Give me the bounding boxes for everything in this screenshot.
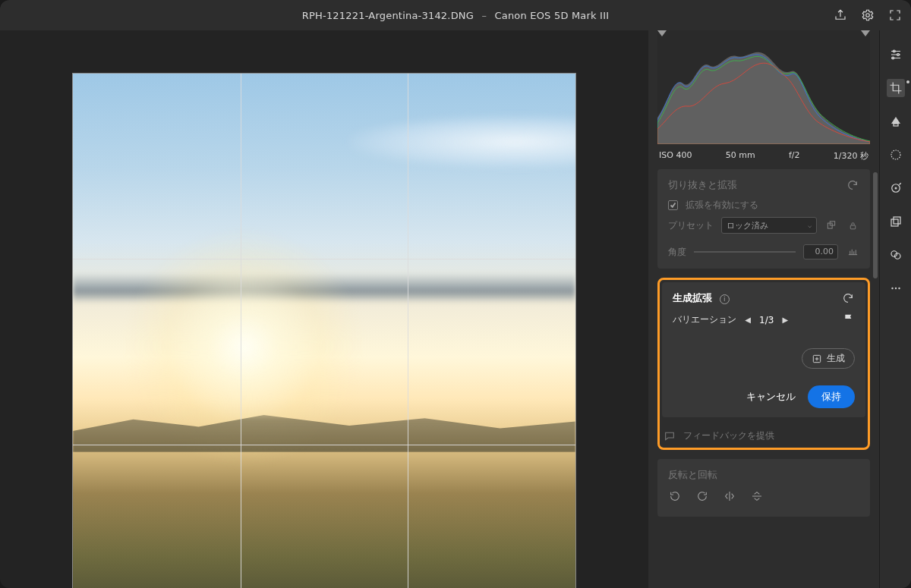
straighten-icon[interactable] bbox=[846, 245, 859, 259]
canvas-area[interactable] bbox=[0, 30, 648, 588]
svg-point-11 bbox=[894, 187, 897, 190]
exif-strip: ISO 400 50 mm f/2 1/320 秒 bbox=[648, 144, 879, 169]
chevron-down-icon: ⌵ bbox=[808, 222, 812, 229]
feedback-label: フィードバックを提供 bbox=[683, 429, 774, 442]
svg-point-18 bbox=[898, 288, 900, 289]
rotate-ccw-icon[interactable] bbox=[668, 489, 682, 503]
svg-rect-8 bbox=[894, 124, 898, 126]
generate-label: 生成 bbox=[827, 352, 845, 365]
exif-focal: 50 mm bbox=[726, 150, 755, 162]
panel-scrollbar[interactable] bbox=[873, 169, 878, 588]
healing-tool-icon[interactable] bbox=[887, 112, 905, 130]
lock-icon[interactable] bbox=[846, 219, 859, 232]
flip-rotate-panel: 反転と回転 bbox=[657, 459, 870, 517]
gen-reset-icon[interactable] bbox=[841, 291, 855, 305]
reset-icon[interactable] bbox=[846, 178, 859, 192]
variation-label: バリエーション bbox=[673, 313, 736, 326]
redeye-tool-icon[interactable] bbox=[887, 179, 905, 197]
right-panel: ISO 400 50 mm f/2 1/320 秒 切り抜きと拡張 拡張を有効に… bbox=[648, 30, 879, 588]
layers-icon[interactable] bbox=[887, 212, 905, 231]
tool-rail bbox=[879, 30, 911, 588]
angle-slider[interactable] bbox=[694, 251, 796, 253]
svg-rect-3 bbox=[850, 225, 856, 228]
angle-label: 角度 bbox=[668, 246, 686, 259]
crop-extend-panel: 切り抜きと拡張 拡張を有効にする プリセット ロック済み ⌵ bbox=[657, 169, 870, 269]
fullscreen-icon[interactable] bbox=[888, 8, 902, 22]
flag-icon[interactable] bbox=[843, 313, 855, 327]
flip-vertical-icon[interactable] bbox=[750, 489, 764, 503]
photo-preview bbox=[73, 74, 575, 588]
svg-point-9 bbox=[891, 150, 900, 159]
variation-next-button[interactable]: ▶ bbox=[780, 316, 790, 324]
rotate-cw-icon[interactable] bbox=[695, 489, 709, 503]
enable-extend-label: 拡張を有効にする bbox=[686, 200, 758, 211]
gen-panel-title: 生成拡張 bbox=[673, 292, 712, 303]
cancel-button[interactable]: キャンセル bbox=[746, 390, 796, 404]
filename: RPH-121221-Argentina-3142.DNG bbox=[302, 10, 474, 21]
angle-value[interactable]: 0.00 bbox=[803, 244, 838, 259]
title-bar: RPH-121221-Argentina-3142.DNG – Canon EO… bbox=[0, 0, 911, 30]
presets-icon[interactable] bbox=[887, 246, 905, 264]
crop-frame[interactable] bbox=[72, 73, 576, 588]
document-title: RPH-121221-Argentina-3142.DNG – Canon EO… bbox=[302, 10, 609, 21]
generate-button[interactable]: 生成 bbox=[802, 348, 855, 369]
gear-icon[interactable] bbox=[861, 8, 875, 22]
preset-select[interactable]: ロック済み ⌵ bbox=[721, 217, 817, 234]
variation-counter: 1/3 bbox=[759, 315, 774, 325]
svg-point-16 bbox=[891, 288, 893, 289]
svg-rect-13 bbox=[894, 217, 900, 224]
exif-aperture: f/2 bbox=[789, 150, 800, 162]
aspect-swap-icon[interactable] bbox=[824, 219, 838, 232]
enable-extend-checkbox[interactable] bbox=[668, 200, 678, 210]
preset-label: プリセット bbox=[668, 220, 714, 231]
generative-extend-panel: 生成拡張 i バリエーション ◀ 1/3 ▶ bbox=[662, 282, 865, 417]
crop-tool-icon[interactable] bbox=[887, 79, 905, 97]
svg-rect-12 bbox=[891, 219, 898, 226]
flip-panel-title: 反転と回転 bbox=[668, 468, 717, 482]
histogram[interactable] bbox=[657, 30, 870, 144]
preset-value: ロック済み bbox=[727, 220, 768, 231]
svg-point-0 bbox=[866, 14, 870, 17]
svg-point-17 bbox=[894, 288, 896, 289]
more-tools-icon[interactable] bbox=[887, 279, 905, 297]
generative-panel-highlight: 生成拡張 i バリエーション ◀ 1/3 ▶ bbox=[657, 278, 870, 450]
radial-mask-icon[interactable] bbox=[887, 146, 905, 164]
info-icon[interactable]: i bbox=[720, 294, 730, 304]
crop-panel-title: 切り抜きと拡張 bbox=[668, 178, 737, 192]
variation-prev-button[interactable]: ◀ bbox=[742, 316, 753, 324]
flip-horizontal-icon[interactable] bbox=[723, 489, 736, 503]
feedback-link[interactable]: フィードバックを提供 bbox=[662, 426, 865, 445]
exif-iso: ISO 400 bbox=[659, 150, 692, 162]
adjust-tool-icon[interactable] bbox=[887, 46, 905, 64]
exif-shutter: 1/320 秒 bbox=[834, 150, 868, 162]
keep-button[interactable]: 保持 bbox=[808, 385, 855, 408]
camera-model: Canon EOS 5D Mark III bbox=[494, 10, 609, 21]
export-icon[interactable] bbox=[834, 8, 847, 22]
